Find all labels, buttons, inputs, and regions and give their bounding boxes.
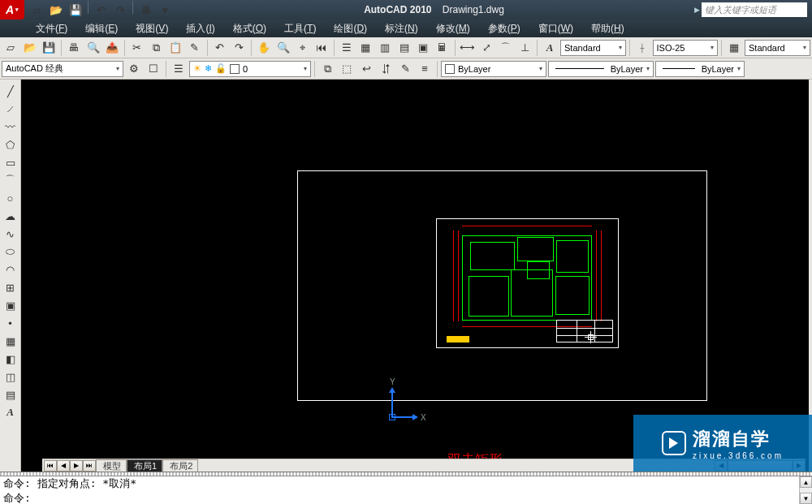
revcloud-icon[interactable]: ☁ — [2, 208, 19, 224]
ellipse-icon[interactable]: ⬭ — [2, 243, 19, 260]
cmd-scroll-down-icon[interactable]: ▼ — [800, 493, 812, 504]
tb-pan-icon[interactable]: ✋ — [255, 39, 273, 57]
table-icon[interactable]: ▤ — [2, 386, 19, 403]
layer-iso-icon[interactable]: ⬚ — [338, 60, 356, 78]
workspace-combo[interactable]: AutoCAD 经典▾ — [2, 61, 123, 77]
tb-properties-icon[interactable]: ☰ — [338, 39, 356, 57]
region-icon[interactable]: ◫ — [2, 368, 19, 385]
tb-design-center-icon[interactable]: ▦ — [356, 39, 374, 57]
app-menu-button[interactable]: A — [0, 0, 24, 19]
gradient-icon[interactable]: ◧ — [2, 351, 19, 367]
save-icon[interactable]: 💾 — [67, 1, 84, 19]
make-block-icon[interactable]: ▣ — [2, 297, 19, 313]
tb-zoom-win-icon[interactable]: ⌖ — [293, 39, 311, 57]
menu-file[interactable]: 文件(F) — [32, 19, 71, 37]
drawing-canvas[interactable]: X Y 双击矩形 框 ⏮ ◀ ▶ ⏭ 模型 布局1 布局2 ◀ ▶ — [21, 80, 809, 472]
tab-last-icon[interactable]: ⏭ — [83, 460, 96, 472]
tb-redo-icon[interactable]: ↷ — [230, 39, 248, 57]
tb-match-icon[interactable]: ✎ — [186, 39, 204, 57]
print-icon[interactable]: 🖶 — [136, 1, 154, 19]
tb-paste-icon[interactable]: 📋 — [166, 39, 184, 57]
layer-combo[interactable]: ☀❄🔓0▾ — [189, 61, 311, 77]
layer-filter-icon[interactable]: ⮃ — [377, 60, 395, 78]
new-icon[interactable]: ▱ — [28, 1, 45, 19]
tb-save-icon[interactable]: 💾 — [40, 39, 58, 57]
menu-window[interactable]: 窗口(W) — [535, 19, 577, 37]
menu-tools[interactable]: 工具(T) — [281, 19, 319, 37]
tab-first-icon[interactable]: ⏮ — [44, 460, 57, 472]
layer-props-icon[interactable]: ☰ — [170, 60, 188, 78]
tb-copy-icon[interactable]: ⧉ — [148, 39, 166, 57]
tb-dim-arc-icon[interactable]: ⌒ — [497, 39, 515, 57]
tb-dim-style-icon[interactable]: ⟊ — [633, 39, 651, 57]
tb-tool-palette-icon[interactable]: ▥ — [376, 39, 394, 57]
text-style-combo[interactable]: Standard▾ — [560, 40, 626, 56]
xline-icon[interactable]: ⟋ — [2, 101, 19, 117]
tb-sheet-icon[interactable]: ▤ — [395, 39, 413, 57]
search-input[interactable]: 键入关键字或短语 — [702, 2, 807, 17]
mtext-icon[interactable]: A — [2, 404, 19, 420]
tb-publish-icon[interactable]: 📤 — [103, 39, 121, 57]
polygon-icon[interactable]: ⬠ — [2, 136, 19, 153]
table-style-combo[interactable]: Standard▾ — [745, 40, 810, 56]
menu-format[interactable]: 格式(O) — [230, 19, 270, 37]
cmd-input-line[interactable]: 命令: — [0, 491, 812, 504]
tab-layout1[interactable]: 布局1 — [127, 459, 162, 472]
tb-text-style-icon[interactable]: A — [541, 39, 559, 57]
tb-calc-icon[interactable]: 🖩 — [434, 39, 451, 57]
circle-icon[interactable]: ○ — [2, 190, 19, 206]
layer-prev-icon[interactable]: ↩ — [357, 60, 375, 78]
workspace-settings-icon[interactable]: ⚙ — [125, 60, 143, 78]
tb-new-icon[interactable]: ▱ — [2, 39, 19, 57]
qat-customize-icon[interactable]: ▾ — [156, 1, 174, 19]
layer-more-icon[interactable]: ≡ — [416, 60, 434, 78]
tb-open-icon[interactable]: 📂 — [21, 39, 39, 57]
tb-preview-icon[interactable]: 🔍 — [84, 39, 102, 57]
arc-icon[interactable]: ⌒ — [2, 172, 19, 188]
tab-model[interactable]: 模型 — [96, 459, 127, 472]
menu-edit[interactable]: 编辑(E) — [82, 19, 121, 37]
insert-block-icon[interactable]: ⊞ — [2, 279, 19, 295]
viewport-frame[interactable] — [436, 218, 619, 348]
spline-icon[interactable]: ∿ — [2, 226, 19, 242]
redo-icon[interactable]: ↷ — [111, 1, 129, 19]
menu-dimension[interactable]: 标注(N) — [382, 19, 421, 37]
open-icon[interactable]: 📂 — [47, 1, 65, 19]
tab-next-icon[interactable]: ▶ — [70, 460, 83, 472]
layer-state-icon[interactable]: ⧉ — [318, 60, 336, 78]
tb-table-style-icon[interactable]: ▦ — [725, 39, 743, 57]
hatch-icon[interactable]: ▦ — [2, 333, 19, 349]
menu-insert[interactable]: 插入(I) — [183, 19, 218, 37]
cmd-scrollbar[interactable]: ▲ ▼ — [799, 476, 812, 504]
menu-draw[interactable]: 绘图(D) — [330, 19, 370, 37]
tb-undo-icon[interactable]: ↶ — [211, 39, 229, 57]
tab-prev-icon[interactable]: ◀ — [57, 460, 70, 472]
tb-cut-icon[interactable]: ✂ — [128, 39, 146, 57]
linetype-combo[interactable]: ByLayer▾ — [548, 61, 654, 77]
tb-zoom-rt-icon[interactable]: 🔍 — [274, 39, 292, 57]
tab-layout2[interactable]: 布局2 — [162, 459, 198, 472]
color-combo[interactable]: ByLayer▾ — [441, 61, 546, 77]
ellipse-arc-icon[interactable]: ◠ — [2, 261, 19, 278]
tb-zoom-prev-icon[interactable]: ⏮ — [313, 39, 330, 57]
line-icon[interactable]: ╱ — [2, 83, 19, 99]
rectangle-icon[interactable]: ▭ — [2, 154, 19, 170]
layer-match-icon[interactable]: ✎ — [396, 60, 414, 78]
command-window[interactable]: 命令: 指定对角点: *取消* 命令: ▲ ▼ — [0, 472, 812, 504]
tb-dim-ord-icon[interactable]: ⊥ — [516, 39, 534, 57]
menu-view[interactable]: 视图(V) — [132, 19, 171, 37]
menu-help[interactable]: 帮助(H) — [588, 19, 628, 37]
tb-dim-align-icon[interactable]: ⤢ — [477, 39, 495, 57]
menu-parametric[interactable]: 参数(P) — [485, 19, 524, 37]
tb-dim-linear-icon[interactable]: ⟷ — [459, 39, 477, 57]
dim-style-combo[interactable]: ISO-25▾ — [653, 40, 719, 56]
undo-icon[interactable]: ↶ — [92, 1, 110, 19]
point-icon[interactable]: • — [2, 315, 19, 331]
tb-plot-icon[interactable]: 🖶 — [65, 39, 83, 57]
workspace-save-icon[interactable]: ☐ — [145, 60, 162, 78]
pline-icon[interactable]: 〰 — [2, 118, 19, 135]
menu-modify[interactable]: 修改(M) — [433, 19, 473, 37]
lineweight-combo[interactable]: ByLayer▾ — [655, 61, 745, 77]
tb-markup-icon[interactable]: ▣ — [414, 39, 432, 57]
cmd-scroll-up-icon[interactable]: ▲ — [800, 476, 812, 488]
